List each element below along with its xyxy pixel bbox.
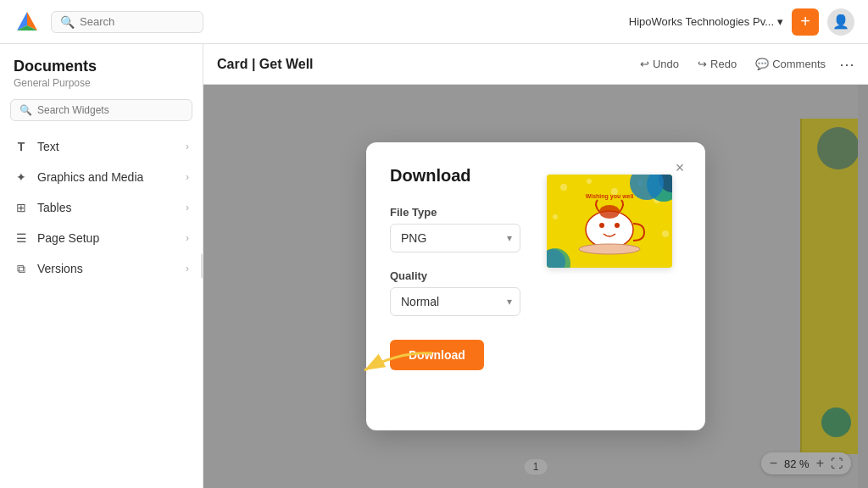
file-type-select[interactable]: PNG JPG PDF SVG — [390, 224, 520, 252]
modal-overlay: Download File Type PNG JPG PDF SVG ▾ Qua — [203, 85, 868, 488]
sidebar-item-label: Versions — [37, 262, 83, 275]
sidebar-search-input[interactable] — [37, 104, 183, 116]
redo-button[interactable]: ↪ Redo — [693, 54, 742, 74]
sidebar-item-versions[interactable]: ⧉ Versions › — [0, 253, 203, 284]
versions-icon: ⧉ — [14, 261, 29, 276]
tables-icon: ⊞ — [14, 200, 29, 215]
sidebar-item-text[interactable]: T Text › — [0, 131, 203, 162]
sidebar-item-label: Graphics and Media — [37, 170, 143, 184]
content-toolbar: Card | Get Well ↩ Undo ↪ Redo 💬 Comments… — [203, 44, 868, 85]
svg-point-13 — [599, 223, 604, 228]
text-icon: T — [14, 139, 29, 154]
sidebar-item-label: Tables — [37, 201, 71, 214]
sidebar-subtitle: General Purpose — [14, 77, 189, 89]
svg-point-8 — [553, 214, 558, 219]
sidebar-item-label: Page Setup — [37, 231, 99, 245]
sidebar-item-page-setup[interactable]: ☰ Page Setup › — [0, 223, 203, 253]
modal-close-button[interactable]: × — [668, 156, 692, 180]
download-modal: Download File Type PNG JPG PDF SVG ▾ Qua — [366, 142, 705, 430]
page-setup-icon: ☰ — [14, 230, 29, 246]
nav-right: HipoWorks Technologies Pv... ▾ + 👤 — [629, 8, 854, 36]
app-logo[interactable] — [14, 8, 41, 36]
undo-icon: ↩ — [640, 58, 649, 70]
toolbar-right: ↩ Undo ↪ Redo 💬 Comments ⋯ — [635, 54, 854, 74]
sidebar-search[interactable]: 🔍 — [10, 99, 192, 121]
card-thumbnail: Wishing you well — [547, 175, 672, 268]
navbar: 🔍 HipoWorks Technologies Pv... ▾ + 👤 — [0, 0, 868, 44]
svg-point-15 — [599, 205, 620, 219]
quality-select[interactable]: Low Normal High — [390, 287, 520, 316]
canvas-area: − 82 % + ⛶ 1 Download File Type — [203, 85, 868, 488]
svg-point-16 — [579, 244, 640, 254]
file-type-label: File Type — [390, 206, 520, 219]
chevron-right-icon: › — [186, 263, 189, 274]
sidebar-item-graphics[interactable]: ✦ Graphics and Media › — [0, 162, 203, 192]
graphics-icon: ✦ — [14, 169, 29, 185]
redo-icon: ↪ — [698, 58, 707, 70]
chevron-right-icon: › — [186, 202, 189, 214]
more-button[interactable]: ⋯ — [839, 55, 854, 74]
sidebar-title: Documents — [14, 58, 189, 75]
search-bar[interactable]: 🔍 — [51, 11, 203, 33]
page-title: Card | Get Well — [217, 57, 314, 72]
chevron-right-icon: › — [186, 232, 189, 244]
avatar[interactable]: 👤 — [827, 8, 854, 36]
modal-left: Download File Type PNG JPG PDF SVG ▾ Qua — [390, 166, 520, 407]
search-input[interactable] — [80, 15, 190, 28]
modal-title: Download — [390, 166, 520, 186]
file-type-select-wrapper: PNG JPG PDF SVG ▾ — [390, 224, 520, 252]
comments-button[interactable]: 💬 Comments — [750, 54, 831, 74]
svg-point-4 — [587, 179, 592, 184]
arrow-indicator — [339, 345, 441, 387]
company-chevron-icon: ▾ — [777, 15, 783, 28]
svg-point-14 — [615, 223, 620, 228]
chevron-right-icon: › — [186, 141, 189, 152]
chevron-right-icon: › — [186, 171, 189, 183]
modal-right: Wishing you well — [537, 166, 682, 407]
content-area: Card | Get Well ↩ Undo ↪ Redo 💬 Comments… — [203, 44, 868, 488]
search-icon: 🔍 — [60, 15, 75, 29]
comments-icon: 💬 — [755, 58, 769, 70]
sidebar-item-tables[interactable]: ⊞ Tables › — [0, 192, 203, 223]
quality-select-wrapper: Low Normal High ▾ — [390, 287, 520, 316]
new-button[interactable]: + — [792, 8, 819, 36]
sidebar: Documents General Purpose 🔍 T Text › ✦ G… — [0, 44, 203, 488]
company-name[interactable]: HipoWorks Technologies Pv... ▾ — [629, 15, 783, 28]
sidebar-search-icon: 🔍 — [19, 104, 32, 116]
svg-point-3 — [560, 184, 567, 191]
svg-point-9 — [662, 230, 669, 237]
quality-label: Quality — [390, 269, 520, 282]
sidebar-header: Documents General Purpose — [0, 58, 203, 99]
undo-button[interactable]: ↩ Undo — [635, 54, 684, 74]
main-layout: Documents General Purpose 🔍 T Text › ✦ G… — [0, 44, 868, 488]
svg-text:Wishing you well: Wishing you well — [586, 193, 634, 200]
sidebar-item-label: Text — [37, 140, 59, 153]
